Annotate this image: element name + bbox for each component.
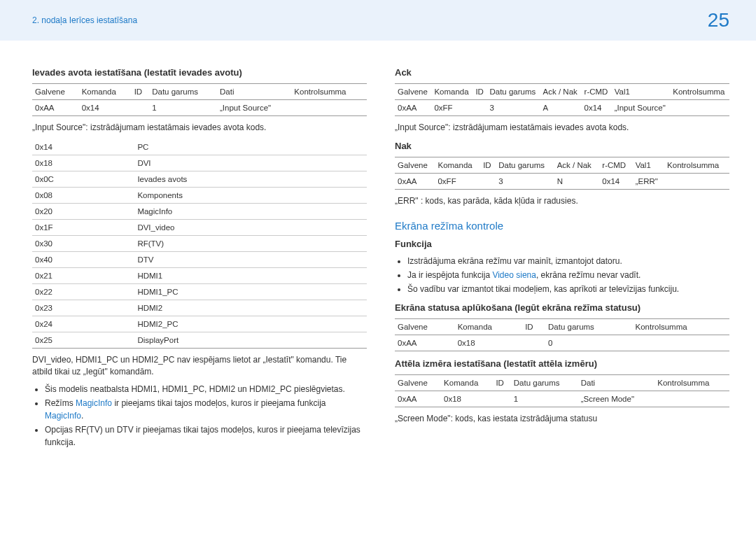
th: Ack / Nak: [554, 157, 600, 173]
th: Kontrolsumma: [664, 157, 729, 173]
td: 0x30: [32, 235, 134, 251]
td: 0x1F: [32, 219, 134, 235]
th: ID: [522, 318, 545, 335]
note-text: „Input Source": izstrādājumam iestatāmai…: [32, 122, 367, 134]
th: Dati: [578, 374, 655, 391]
td: 3: [496, 173, 554, 189]
th: Galvene: [395, 157, 435, 173]
td: [670, 100, 729, 116]
list-item: Ja ir iespējota funkcija Video siena, ek…: [407, 269, 729, 281]
td: 0x14: [79, 100, 132, 116]
td: HDMI2_PC: [134, 316, 367, 332]
th: Datu garums: [149, 84, 217, 100]
td: „ERR": [633, 173, 664, 189]
link-magicinfo[interactable]: MagicInfo: [76, 398, 112, 408]
list-item: Šis modelis neatbalsta HDMI1, HDMI1_PC, …: [45, 383, 367, 395]
th: r-CMD: [582, 84, 612, 100]
td: 0xAA: [32, 100, 79, 116]
screen-status-table: Galvene Komanda ID Datu garums Kontrolsu…: [395, 318, 729, 351]
td: „Input Source": [217, 100, 291, 116]
left-column: Ievades avota iestatīšana (Iestatīt ieva…: [32, 60, 367, 451]
td: HDMI2: [134, 300, 367, 316]
picture-size-table: Galvene Komanda ID Datu garums Dati Kont…: [395, 374, 729, 407]
list-item: Šo vadību var izmantot tikai modeļiem, k…: [407, 283, 729, 295]
content-columns: Ievades avota iestatīšana (Iestatīt ieva…: [0, 41, 756, 451]
td: 0x18: [455, 335, 522, 351]
chapter-label: 2. nodaļa Ierīces iestatīšana: [32, 15, 137, 25]
th: Galvene: [32, 84, 79, 100]
td: 0x0C: [32, 171, 134, 187]
td: MagicInfo: [134, 203, 367, 219]
th: ID: [493, 374, 510, 391]
td: Komponents: [134, 187, 367, 203]
td: 0x08: [32, 187, 134, 203]
link-magicinfo[interactable]: MagicInfo: [45, 411, 81, 421]
td: DVI_video: [134, 219, 367, 235]
td: 0xAA: [395, 335, 455, 351]
td: Ievades avots: [134, 171, 367, 187]
text: , ekrāna režīmu nevar vadīt.: [536, 270, 640, 280]
td: [633, 335, 730, 351]
th: Datu garums: [545, 318, 632, 335]
screen-status-heading: Ekrāna statusa aplūkošana (Iegūt ekrāna …: [395, 302, 729, 313]
td: [493, 391, 510, 407]
th: Kontrolsumma: [633, 318, 730, 335]
th: ID: [480, 157, 496, 173]
td: RF(TV): [134, 235, 367, 251]
function-heading: Funkcija: [395, 239, 729, 249]
input-source-set-table: Galvene Komanda ID Datu garums Dati Kont…: [32, 83, 367, 116]
section-title: Ievades avota iestatīšana (Iestatīt ieva…: [32, 67, 367, 78]
td: PC: [134, 139, 367, 155]
link-video-wall[interactable]: Video siena: [492, 270, 536, 280]
note-text: „Input Source": izstrādājumam iestatāmai…: [395, 122, 729, 134]
td: 0x14: [32, 139, 134, 155]
th: ID: [132, 84, 150, 100]
th: Dati: [217, 84, 291, 100]
td: 0x40: [32, 251, 134, 267]
th: Ack / Nak: [540, 84, 582, 100]
td: 1: [149, 100, 217, 116]
td: N: [554, 173, 600, 189]
note-text: DVI_video, HDMI1_PC un HDMI2_PC nav iesp…: [32, 354, 367, 378]
text: Ja ir iespējota funkcija: [407, 270, 492, 280]
th: Komanda: [455, 318, 522, 335]
text: .: [81, 411, 83, 421]
td: „Screen Mode": [578, 391, 655, 407]
function-list: Izstrādājuma ekrāna režīmu var mainīt, i…: [395, 255, 729, 295]
td: [291, 100, 367, 116]
td: 0x14: [582, 100, 612, 116]
td: 0x23: [32, 300, 134, 316]
page-number: 25: [708, 9, 729, 31]
page-header: 2. nodaļa Ierīces iestatīšana 25: [0, 0, 756, 41]
td: [480, 173, 496, 189]
td: 0xAA: [395, 391, 441, 407]
th: r-CMD: [599, 157, 632, 173]
nak-heading: Nak: [395, 141, 729, 151]
td: 0x18: [441, 391, 493, 407]
right-column: Ack Galvene Komanda ID Datu garums Ack /…: [395, 60, 729, 451]
list-item: Izstrādājuma ekrāna režīmu var mainīt, i…: [407, 255, 729, 267]
th: Kontrolsumma: [670, 84, 729, 100]
th: Komanda: [431, 84, 472, 100]
th: Komanda: [79, 84, 132, 100]
td: 0xAA: [395, 100, 431, 116]
td: 0x18: [32, 155, 134, 171]
th: Kontrolsumma: [291, 84, 367, 100]
td: DTV: [134, 251, 367, 267]
td: [522, 335, 545, 351]
td: 0x24: [32, 316, 134, 332]
td: HDMI1_PC: [134, 283, 367, 300]
td: „Input Source": [612, 100, 671, 116]
screen-mode-heading: Ekrāna režīma kontrole: [395, 220, 729, 232]
th: ID: [472, 84, 486, 100]
td: 3: [486, 100, 540, 116]
td: 0x20: [32, 203, 134, 219]
th: Galvene: [395, 318, 455, 335]
td: [654, 391, 729, 407]
text: Režīms: [45, 398, 76, 408]
th: Val1: [612, 84, 671, 100]
text: ir pieejams tikai tajos modeļos, kuros i…: [112, 398, 326, 408]
th: Kontrolsumma: [654, 374, 729, 391]
td: [132, 100, 150, 116]
notes-list: Šis modelis neatbalsta HDMI1, HDMI1_PC, …: [32, 383, 367, 449]
